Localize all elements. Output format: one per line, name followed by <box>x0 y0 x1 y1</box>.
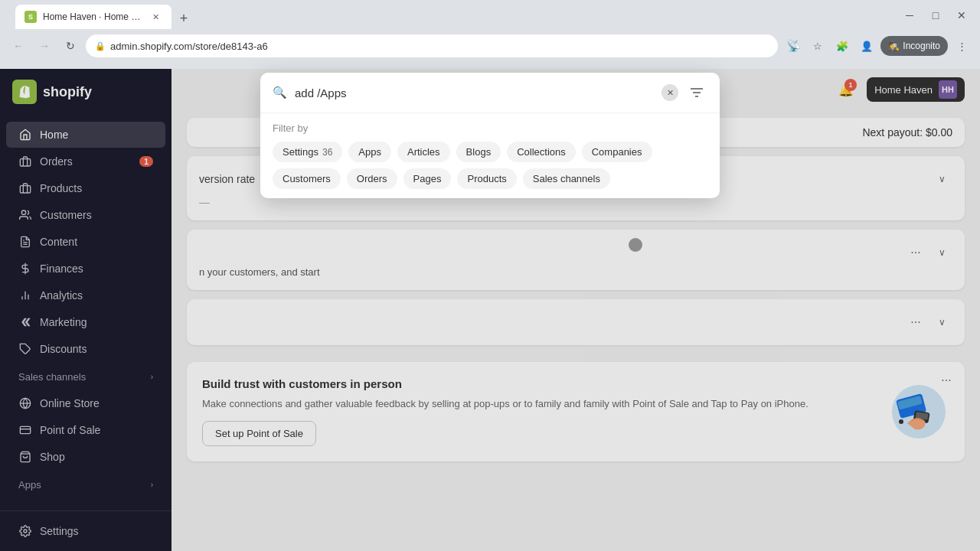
search-filter-button[interactable] <box>686 82 707 103</box>
browser-chrome: S Home Haven · Home · Shopify ✕ + ─ □ ✕ … <box>0 0 980 69</box>
filter-tag-sales-channels[interactable]: Sales channels <box>523 168 610 189</box>
close-button[interactable]: ✕ <box>951 5 972 26</box>
incognito-button[interactable]: 🕵 Incognito <box>880 36 948 56</box>
tab-title: Home Haven · Home · Shopify <box>43 11 142 22</box>
browser-window-controls: ─ □ ✕ <box>899 5 972 26</box>
filter-tag-articles[interactable]: Articles <box>397 142 450 162</box>
address-bar[interactable]: 🔒 admin.shopify.com/store/de8143-a6 <box>86 34 778 57</box>
browser-action-buttons: 📡 ☆ 🧩 👤 🕵 Incognito ⋮ <box>782 35 972 57</box>
address-text: admin.shopify.com/store/de8143-a6 <box>110 41 268 52</box>
active-tab[interactable]: S Home Haven · Home · Shopify ✕ <box>15 5 172 29</box>
filter-tag-settings[interactable]: Settings 36 <box>273 142 342 162</box>
filter-tag-orders[interactable]: Orders <box>347 168 397 189</box>
filter-by-label: Filter by <box>273 122 707 134</box>
search-overlay[interactable]: 🔍 ✕ Filter by Settings 36 <box>0 69 980 551</box>
reload-button[interactable]: ↻ <box>60 35 81 57</box>
tab-close-button[interactable]: ✕ <box>149 10 162 24</box>
lock-icon: 🔒 <box>95 41 106 51</box>
search-clear-button[interactable]: ✕ <box>662 84 678 101</box>
bookmark-button[interactable]: ☆ <box>807 35 828 57</box>
filter-tag-pages[interactable]: Pages <box>403 168 452 189</box>
filter-tags-container: Settings 36 Apps Articles Blogs Collecti… <box>273 142 707 189</box>
maximize-button[interactable]: □ <box>925 5 946 26</box>
search-input[interactable] <box>295 86 654 99</box>
tab-favicon: S <box>24 11 37 23</box>
back-button[interactable]: ← <box>8 35 29 57</box>
profile-button[interactable]: 👤 <box>856 35 877 57</box>
filter-tag-companies[interactable]: Companies <box>582 142 652 162</box>
incognito-icon: 🕵 <box>888 41 900 51</box>
filter-tag-collections[interactable]: Collections <box>507 142 576 162</box>
more-button[interactable]: ⋮ <box>951 35 972 57</box>
search-modal: 🔍 ✕ Filter by Settings 36 <box>260 73 720 198</box>
filter-section: Filter by Settings 36 Apps Articles Blog… <box>260 113 720 198</box>
minimize-button[interactable]: ─ <box>899 5 920 26</box>
tab-bar: S Home Haven · Home · Shopify ✕ + <box>8 2 202 29</box>
cast-icon[interactable]: 📡 <box>782 35 804 57</box>
search-icon: 🔍 <box>273 86 287 99</box>
address-bar-row: ← → ↻ 🔒 admin.shopify.com/store/de8143-a… <box>0 31 980 61</box>
search-input-row: 🔍 ✕ <box>260 73 720 113</box>
extensions-button[interactable]: 🧩 <box>831 35 853 57</box>
filter-tag-blogs[interactable]: Blogs <box>456 142 501 162</box>
browser-titlebar: S Home Haven · Home · Shopify ✕ + ─ □ ✕ <box>0 0 980 31</box>
filter-tag-customers[interactable]: Customers <box>273 168 341 189</box>
forward-button[interactable]: → <box>34 35 55 57</box>
new-tab-button[interactable]: + <box>173 8 194 29</box>
filter-tag-apps[interactable]: Apps <box>348 142 391 162</box>
filter-tag-products[interactable]: Products <box>457 168 516 189</box>
